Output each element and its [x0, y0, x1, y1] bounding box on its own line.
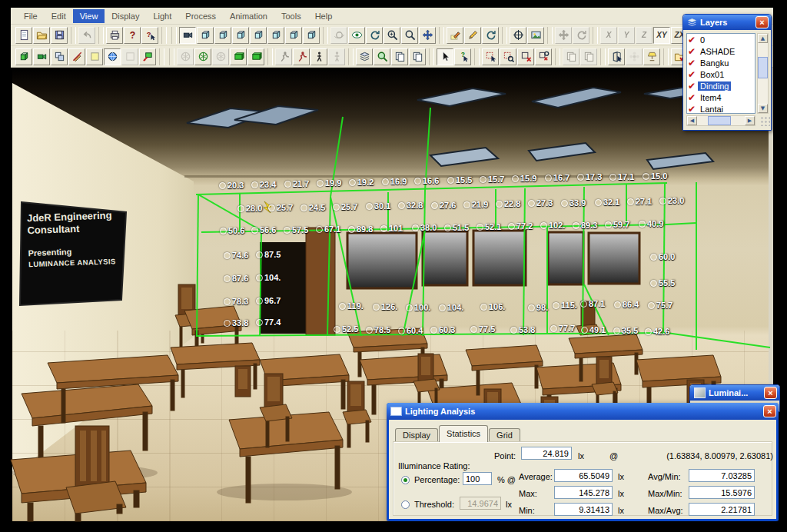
zoom-in-out-button[interactable] — [384, 27, 400, 44]
deselect-box-button[interactable] — [517, 48, 534, 65]
layer-visible-check-icon[interactable]: ✔ — [688, 47, 696, 56]
wire-sphere-button[interactable] — [194, 48, 211, 65]
select-box-button[interactable] — [482, 48, 499, 65]
layer-item-lantai[interactable]: ✔Lantai — [687, 103, 755, 114]
layer-manager-button[interactable] — [356, 48, 373, 65]
rotate-view-button[interactable] — [366, 27, 383, 44]
layer-item-ashade[interactable]: ✔ASHADE — [687, 45, 755, 57]
ratio-input-2[interactable] — [689, 503, 755, 516]
analysis-zoom-button[interactable] — [374, 48, 390, 65]
view-cube-7-button[interactable] — [303, 27, 320, 44]
layer-item-item4[interactable]: ✔Item4 — [687, 91, 755, 103]
target-view-button[interactable] — [510, 27, 526, 44]
menu-process[interactable]: Process — [178, 9, 223, 23]
layer-item-bangku[interactable]: ✔Bangku — [687, 57, 755, 68]
view-cube-1-button[interactable] — [197, 27, 214, 44]
solid-box-button[interactable] — [230, 48, 247, 65]
scroll-right-icon[interactable]: ▶ — [745, 116, 755, 125]
material-swatch-button[interactable] — [86, 48, 103, 65]
new-file-button[interactable] — [15, 27, 32, 44]
save-file-button[interactable] — [51, 27, 68, 44]
resize-grip[interactable] — [759, 115, 770, 126]
layer-visible-check-icon[interactable]: ✔ — [688, 58, 696, 68]
layer-item-dinding[interactable]: ✔Dinding — [687, 80, 755, 91]
zoom-region-button[interactable] — [401, 27, 418, 44]
percentage-radio[interactable] — [401, 476, 410, 484]
light-edit-button[interactable] — [447, 27, 463, 44]
render-image-button[interactable] — [527, 27, 544, 44]
stat-input-1[interactable] — [554, 486, 613, 499]
page-set-button[interactable] — [409, 48, 426, 65]
open-file-button[interactable] — [33, 27, 50, 44]
run-mode-button[interactable] — [293, 48, 310, 65]
eye-view-button[interactable] — [348, 27, 365, 44]
percentage-input[interactable] — [463, 472, 492, 485]
scroll-thumb[interactable] — [758, 57, 768, 78]
import-model-button[interactable] — [15, 48, 32, 65]
point-input[interactable] — [521, 447, 572, 460]
layer-item-box01[interactable]: ✔Box01 — [687, 68, 755, 80]
layers-close-button[interactable]: × — [755, 16, 769, 28]
print-button[interactable] — [106, 27, 123, 44]
camera-view-button[interactable] — [179, 27, 196, 44]
layers-titlebar[interactable]: Layers × — [683, 15, 771, 30]
ratio-input-0[interactable] — [689, 469, 755, 482]
menu-edit[interactable]: Edit — [45, 9, 73, 23]
walk-mode-button[interactable] — [310, 48, 327, 65]
menu-display[interactable]: Display — [105, 9, 146, 23]
view-cube-5-button[interactable] — [267, 27, 284, 44]
camera-green-button[interactable] — [33, 48, 50, 65]
menu-light[interactable]: Light — [146, 9, 178, 23]
duplicate-button[interactable] — [51, 48, 68, 65]
axis-xy-button[interactable]: XY — [653, 27, 670, 44]
deselect-zoom-button[interactable] — [535, 48, 552, 65]
daylight-globe-button[interactable] — [104, 48, 121, 65]
menu-view[interactable]: View — [73, 9, 105, 23]
layer-item-0[interactable]: ✔0 — [687, 34, 755, 45]
scroll-down-icon[interactable]: ▼ — [758, 104, 768, 113]
edit-lines-button[interactable] — [68, 48, 85, 65]
threshold-radio[interactable] — [401, 500, 410, 509]
view-cube-2-button[interactable] — [214, 27, 231, 44]
tab-display[interactable]: Display — [395, 428, 438, 442]
pan-view-button[interactable] — [419, 27, 436, 44]
orbit-object-button[interactable] — [482, 27, 499, 44]
select-button[interactable] — [437, 48, 453, 65]
copy-pages-button[interactable] — [391, 48, 408, 65]
view-cube-3-button[interactable] — [232, 27, 249, 44]
open-door-button[interactable] — [608, 48, 625, 65]
luminaires-close-button[interactable]: × — [764, 387, 777, 399]
ratio-input-1[interactable] — [689, 486, 755, 499]
stat-input-0[interactable] — [554, 469, 613, 482]
luminaires-titlebar[interactable]: Luminai... × — [690, 385, 779, 401]
layer-visible-check-icon[interactable]: ✔ — [688, 81, 696, 91]
layers-horizontal-scrollbar[interactable]: ◀ ▶ — [686, 115, 755, 126]
dialog-close-button[interactable]: × — [763, 405, 776, 417]
select-query-button[interactable]: ? — [454, 48, 471, 65]
view-cube-6-button[interactable] — [285, 27, 302, 44]
layer-visible-check-icon[interactable]: ✔ — [688, 35, 696, 45]
layer-visible-check-icon[interactable]: ✔ — [688, 105, 696, 114]
lamp-tool-button[interactable] — [643, 48, 660, 65]
context-help-button[interactable]: ? — [141, 27, 158, 44]
layers-vertical-scrollbar[interactable]: ▲ ▼ — [757, 33, 769, 114]
tab-statistics[interactable]: Statistics — [439, 425, 488, 442]
export-cube-button[interactable] — [139, 48, 156, 65]
menu-help[interactable]: Help — [308, 9, 340, 23]
help-button[interactable]: ? — [124, 27, 141, 44]
view-cube-4-button[interactable] — [250, 27, 267, 44]
select-zoom-button[interactable] — [500, 48, 516, 65]
menu-file[interactable]: File — [17, 9, 45, 23]
spot-edit-button[interactable] — [464, 27, 481, 44]
scroll-up-icon[interactable]: ▲ — [758, 34, 768, 43]
stat-input-2[interactable] — [554, 503, 613, 516]
layer-visible-check-icon[interactable]: ✔ — [688, 70, 696, 79]
solid-box-2-button[interactable] — [247, 48, 264, 65]
tab-grid[interactable]: Grid — [489, 428, 520, 442]
menu-animation[interactable]: Animation — [223, 9, 274, 23]
layer-visible-check-icon[interactable]: ✔ — [688, 93, 696, 102]
menu-tools[interactable]: Tools — [274, 9, 308, 23]
threshold-input[interactable] — [460, 497, 501, 510]
dialog-titlebar[interactable]: Lighting Analysis × — [387, 403, 779, 420]
scroll-left-icon[interactable]: ◀ — [687, 116, 697, 125]
